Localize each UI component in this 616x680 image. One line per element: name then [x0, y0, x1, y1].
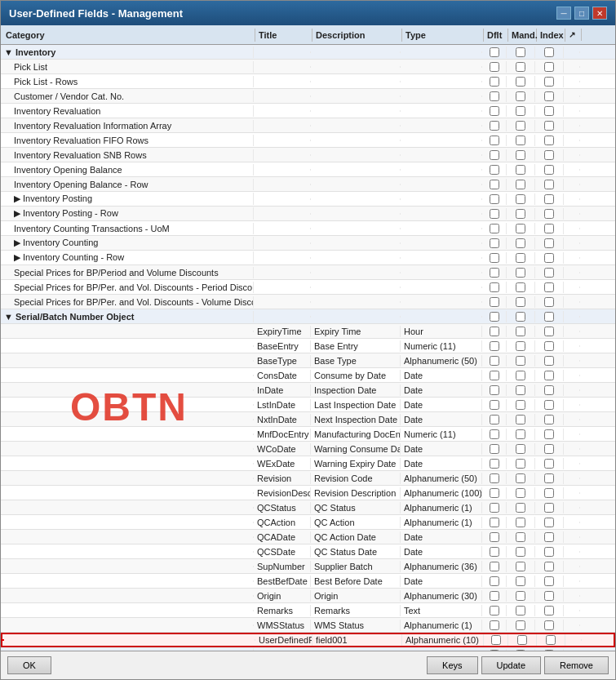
table-row[interactable]: BaseTypeBase TypeAlphanumeric (50) [1, 353, 615, 368]
table-row[interactable]: RevisionDescRevision DescriptionAlphanum… [1, 486, 615, 500]
cell-dflt[interactable] [482, 61, 507, 73]
cell-index[interactable] [535, 370, 564, 381]
cell-index[interactable] [535, 502, 564, 513]
cell-index[interactable] [535, 47, 564, 58]
cell-mand[interactable] [507, 105, 535, 117]
cell-index[interactable] [535, 282, 564, 293]
cell-dflt[interactable] [482, 238, 507, 249]
cell-dflt[interactable] [482, 105, 507, 117]
cell-dflt[interactable] [482, 296, 507, 308]
cell-mand[interactable] [507, 561, 535, 572]
cell-dflt[interactable] [482, 443, 507, 455]
cell-mand[interactable] [507, 267, 535, 278]
cell-index[interactable] [535, 91, 564, 102]
cell-mand[interactable] [507, 531, 535, 543]
cell-mand[interactable] [507, 164, 535, 176]
cell-dflt[interactable] [482, 370, 507, 381]
table-row[interactable]: QCSDateQC Status DateDate [1, 544, 615, 559]
cell-mand[interactable] [507, 605, 535, 616]
cell-dflt[interactable] [482, 311, 507, 322]
table-row[interactable]: BaseEntryBase EntryNumeric (11) [1, 339, 615, 353]
cell-dflt[interactable] [482, 414, 507, 425]
cell-index[interactable] [535, 223, 564, 234]
cell-dflt[interactable] [482, 47, 507, 58]
cell-dflt[interactable] [482, 179, 507, 190]
table-row[interactable]: UserDefinedFiefield001Alphanumeric (10) [1, 633, 615, 647]
cell-index[interactable] [535, 311, 564, 322]
table-row[interactable]: NxtInDateNext Inspection DateDate [1, 412, 615, 427]
cell-dflt[interactable] [482, 384, 507, 396]
cell-mand[interactable] [507, 487, 535, 499]
cell-mand[interactable] [507, 47, 535, 58]
cell-mand[interactable] [507, 179, 535, 190]
cell-dflt[interactable] [482, 164, 507, 176]
cell-dflt[interactable] [482, 282, 507, 293]
cell-dflt[interactable] [482, 267, 507, 278]
cell-index[interactable] [535, 384, 564, 396]
cell-dflt[interactable] [484, 634, 508, 646]
table-row[interactable]: WCoDateWarning Consume DateDate [1, 442, 615, 456]
cell-dflt[interactable] [482, 76, 507, 87]
table-row[interactable]: ▶ Inventory Counting [1, 236, 615, 251]
table-row[interactable]: WExDateWarning Expiry DateDate [1, 456, 615, 471]
cell-index[interactable] [535, 429, 564, 440]
cell-index[interactable] [535, 208, 564, 220]
cell-mand[interactable] [507, 326, 535, 337]
cell-dflt[interactable] [482, 91, 507, 102]
cell-index[interactable] [535, 135, 564, 146]
cell-dflt[interactable] [482, 649, 507, 651]
cell-index[interactable] [535, 105, 564, 117]
table-row[interactable]: WMSStatusWMS StatusAlphanumeric (1) [1, 618, 615, 633]
cell-dflt[interactable] [482, 561, 507, 572]
cell-mand[interactable] [507, 91, 535, 102]
cell-mand[interactable] [507, 620, 535, 631]
table-row[interactable]: LstInDateLast Inspection DateDate [1, 398, 615, 412]
cell-dflt[interactable] [482, 149, 507, 161]
table-row[interactable]: Pick List [1, 60, 615, 74]
cell-mand[interactable] [507, 399, 535, 411]
table-row[interactable]: QCADateQC Action DateDate [1, 530, 615, 544]
table-row[interactable]: ▶ Inventory Counting - Row [1, 251, 615, 265]
cell-index[interactable] [535, 355, 564, 367]
cell-mand[interactable] [507, 384, 535, 396]
cell-index[interactable] [535, 531, 564, 543]
table-row[interactable]: ExpiryTimeExpiry TimeHour [1, 324, 615, 339]
cell-index[interactable] [535, 326, 564, 337]
cell-index[interactable] [535, 238, 564, 249]
table-row[interactable]: QCStatusQC StatusAlphanumeric (1) [1, 500, 615, 515]
cell-mand[interactable] [507, 414, 535, 425]
cell-index[interactable] [535, 120, 564, 131]
cell-mand[interactable] [507, 502, 535, 513]
cell-dflt[interactable] [482, 473, 507, 484]
cell-index[interactable] [535, 414, 564, 425]
cell-mand[interactable] [507, 223, 535, 234]
table-row[interactable]: Inventory Revaluation [1, 104, 615, 118]
table-row[interactable]: Inventory Counting Transactions - UoM [1, 221, 615, 236]
table-row[interactable]: Customer / Vendor Cat. No. [1, 89, 615, 104]
table-row[interactable]: ▶ Archive Inventory Message [1, 647, 615, 651]
table-row[interactable]: RemarksRemarksText [1, 603, 615, 618]
cell-index[interactable] [535, 61, 564, 73]
cell-dflt[interactable] [482, 429, 507, 440]
close-button[interactable]: ✕ [592, 7, 607, 20]
table-row[interactable]: Pick List - Rows [1, 74, 615, 89]
cell-index[interactable] [535, 164, 564, 176]
table-row[interactable]: BestBefDateBest Before DateDate [1, 574, 615, 589]
cell-index[interactable] [535, 399, 564, 411]
cell-dflt[interactable] [482, 223, 507, 234]
cell-index[interactable] [535, 179, 564, 190]
table-row[interactable]: Special Prices for BP/Period and Volume … [1, 265, 615, 280]
table-row[interactable]: ConsDateConsume by DateDate [1, 368, 615, 383]
cell-mand[interactable] [507, 340, 535, 352]
cell-dflt[interactable] [482, 120, 507, 131]
table-row[interactable]: MnfDocEntryManufacturing DocEntryNumeric… [1, 427, 615, 442]
cell-mand[interactable] [507, 443, 535, 455]
cell-mand[interactable] [507, 576, 535, 587]
table-row[interactable]: ▼ Serial/Batch Number Object [1, 309, 615, 324]
cell-index[interactable] [535, 590, 564, 602]
cell-dflt[interactable] [482, 576, 507, 587]
table-row[interactable]: Inventory Opening Balance - Row [1, 177, 615, 192]
cell-mand[interactable] [507, 517, 535, 528]
cell-mand[interactable] [507, 458, 535, 469]
cell-index[interactable] [535, 517, 564, 528]
